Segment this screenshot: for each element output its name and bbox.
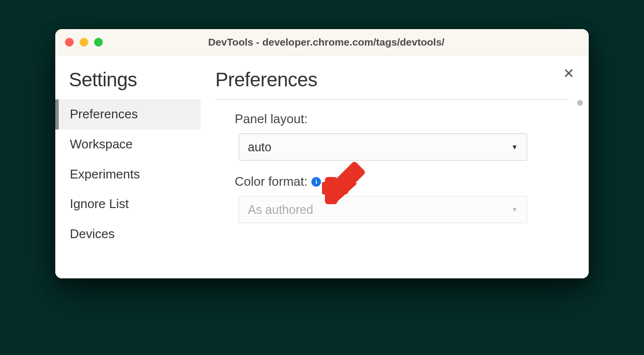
color-format-label: Color format: i <box>235 174 569 189</box>
sidebar-item-workspace[interactable]: Workspace <box>55 129 201 160</box>
window-close-icon[interactable] <box>65 38 74 47</box>
panel-layout-label: Panel layout: <box>235 112 569 127</box>
page-title: Preferences <box>215 69 569 91</box>
devtools-settings-window: DevTools - developer.chrome.com/tags/dev… <box>55 29 589 278</box>
sidebar-item-label: Devices <box>70 226 114 241</box>
color-format-label-text: Color format: <box>235 174 307 189</box>
panel-layout-select[interactable]: auto ▼ <box>239 133 527 161</box>
setting-color-format: Color format: i As authored ▼ <box>215 174 569 223</box>
setting-panel-layout: Panel layout: auto ▼ <box>215 112 569 161</box>
chevron-down-icon: ▼ <box>511 143 518 151</box>
sidebar-item-ignore-list[interactable]: Ignore List <box>55 189 201 219</box>
divider <box>215 99 569 100</box>
info-icon[interactable]: i <box>311 177 321 187</box>
sidebar-item-label: Ignore List <box>70 196 129 211</box>
sidebar-item-label: Workspace <box>70 137 133 151</box>
window-title: DevTools - developer.chrome.com/tags/dev… <box>74 36 579 48</box>
select-value: As authored <box>248 203 313 217</box>
chevron-down-icon: ▼ <box>511 206 518 213</box>
settings-sidebar: Settings Preferences Workspace Experimen… <box>55 55 201 278</box>
sidebar-item-devices[interactable]: Devices <box>55 219 201 249</box>
color-format-select: As authored ▼ <box>239 196 527 223</box>
select-value: auto <box>248 140 272 154</box>
sidebar-item-label: Experiments <box>70 167 140 181</box>
sidebar-title: Settings <box>69 69 201 91</box>
sidebar-item-label: Preferences <box>70 107 138 121</box>
titlebar: DevTools - developer.chrome.com/tags/dev… <box>55 29 589 55</box>
sidebar-item-experiments[interactable]: Experiments <box>55 160 201 190</box>
preferences-panel: Preferences Panel layout: auto ▼ Color f… <box>201 55 589 278</box>
sidebar-item-preferences[interactable]: Preferences <box>55 99 201 129</box>
settings-content: ✕ Settings Preferences Workspace Experim… <box>55 55 589 278</box>
